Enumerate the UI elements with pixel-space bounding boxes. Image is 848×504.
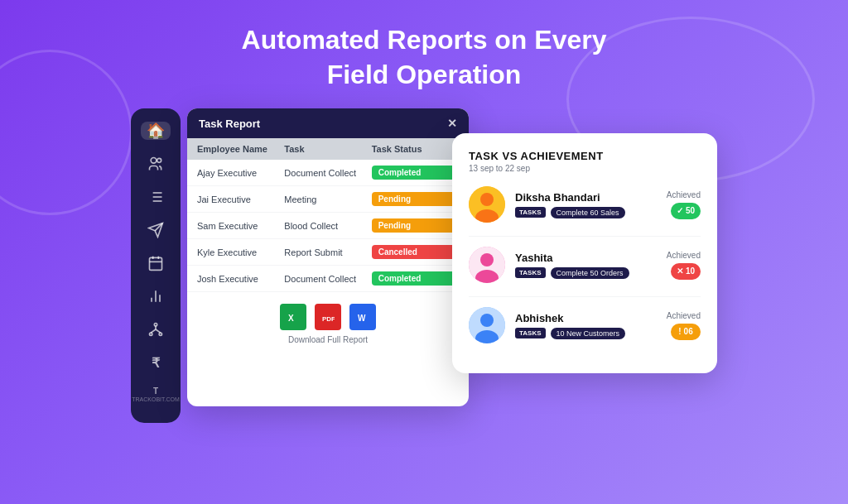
status-badge: Pending [372,218,459,233]
person-info-yashita: Yashita TASKS Complete 50 Orders [515,252,657,279]
achieved-badge-abhishek: !06 [671,324,701,340]
svg-text:X: X [288,314,294,323]
sidebar-item-tasks[interactable] [141,188,171,206]
svg-point-0 [157,159,161,163]
sidebar-item-reports[interactable] [141,287,171,305]
sidebar-item-home[interactable]: 🏠 [141,122,171,140]
download-icons: X PDF W [199,304,457,330]
tasks-value-abhishek: 10 New Customers [551,328,626,339]
tasks-row-diksha: TASKS Complete 60 Sales [515,207,657,218]
employee-name: Josh Executive [197,274,284,284]
employee-name: Jai Executive [197,194,284,204]
avatar-diksha [469,186,505,223]
tasks-label-abhishek: TASKS [515,328,546,338]
download-label: Download Full Report [199,335,457,344]
col-task: Task [284,144,371,154]
sidebar-item-connections[interactable] [141,320,171,338]
divider [469,296,701,297]
table-row: Jai Executive Meeting Pending [187,186,469,213]
status-badge: Completed [372,271,459,286]
main-content: 🏠 [0,108,848,423]
download-excel-button[interactable]: X [280,304,306,330]
svg-point-27 [480,193,494,206]
task-report-title: Task Report [199,118,260,130]
person-name-diksha: Diksha Bhandari [515,191,657,204]
person-info-diksha: Diksha Bhandari TASKS Complete 60 Sales [515,191,657,218]
table-row: Josh Executive Document Collect Complete… [187,266,469,292]
table-row: Kyle Executive Report Submit Cancelled [187,239,469,266]
brand-label: TRACKOBIT.COM [132,396,180,402]
svg-point-18 [150,333,152,335]
svg-point-19 [159,333,161,335]
svg-line-22 [156,329,161,333]
svg-point-17 [154,324,157,326]
achievement-card: TASK VS ACHIEVEMENT 13 sep to 22 sep Dik… [452,133,717,373]
svg-rect-10 [150,258,162,271]
svg-point-1 [151,158,157,164]
task-name: Meeting [284,194,371,204]
achieved-section-abhishek: Achieved !06 [667,311,701,340]
svg-line-21 [151,329,156,333]
download-word-button[interactable]: W [349,304,376,330]
task-name: Document Collect [284,168,371,178]
tasks-row-yashita: TASKS Complete 50 Orders [515,267,657,279]
sidebar-item-team[interactable] [141,155,171,173]
achieved-badge-diksha: ✓50 [671,203,701,219]
employee-name: Sam Executive [197,221,284,231]
close-button[interactable]: ✕ [447,117,457,130]
col-employee: Employee Name [197,144,284,154]
table-row: Ajay Executive Document Collect Complete… [187,160,469,186]
achieved-section-yashita: Achieved ✕10 [667,251,701,280]
achieved-section-diksha: Achieved ✓50 [667,190,701,219]
status-badge: Pending [372,192,459,206]
avatar-abhishek [469,307,505,343]
svg-point-33 [480,314,494,327]
achieved-label-abhishek: Achieved [667,311,701,320]
col-status: Task Status [372,144,459,154]
task-report-header: Task Report ✕ [187,108,469,138]
tasks-value-diksha: Complete 60 Sales [551,207,625,218]
achieved-label-diksha: Achieved [667,190,701,199]
download-section: X PDF W Download Full Report [187,292,469,356]
employee-name: Ajay Executive [197,168,284,178]
person-row-abhishek: Abhishek TASKS 10 New Customers Achieved… [469,307,701,343]
achieved-badge-yashita: ✕10 [671,263,701,280]
task-name: Report Submit [284,247,371,257]
task-report-card: Task Report ✕ Employee Name Task Task St… [187,108,469,406]
task-report-body: Employee Name Task Task Status Ajay Exec… [187,138,469,356]
employee-name: Kyle Executive [197,247,284,257]
person-row-diksha: Diksha Bhandari TASKS Complete 60 Sales … [469,186,701,223]
achievement-date: 13 sep to 22 sep [469,164,701,173]
svg-text:PDF: PDF [322,315,335,323]
task-name: Blood Collect [284,221,371,231]
sidebar: 🏠 [131,108,181,423]
divider [469,236,701,237]
sidebar-item-calendar[interactable] [141,254,171,272]
table-row: Sam Executive Blood Collect Pending [187,213,469,239]
download-pdf-button[interactable]: PDF [315,304,341,330]
achieved-label-yashita: Achieved [667,251,701,260]
task-name: Document Collect [284,274,371,284]
page-title: Automated Reports on Every Field Operati… [0,0,848,92]
table-header: Employee Name Task Task Status [187,138,469,160]
status-badge: Cancelled [372,245,459,259]
tasks-value-yashita: Complete 50 Orders [551,267,629,279]
person-name-yashita: Yashita [515,252,657,264]
svg-point-30 [480,253,494,266]
achievement-title: TASK VS ACHIEVEMENT [469,150,701,162]
svg-text:W: W [358,314,366,323]
tasks-label-diksha: TASKS [515,207,546,218]
person-row-yashita: Yashita TASKS Complete 50 Orders Achieve… [469,247,701,283]
person-name-abhishek: Abhishek [515,312,657,324]
tasks-row-abhishek: TASKS 10 New Customers [515,328,657,339]
status-badge: Completed [372,166,459,180]
sidebar-item-finance[interactable]: ₹ [141,353,171,372]
tasks-label-yashita: TASKS [515,267,546,278]
sidebar-item-navigation[interactable] [141,221,171,239]
person-info-abhishek: Abhishek TASKS 10 New Customers [515,312,657,339]
avatar-yashita [469,247,505,283]
